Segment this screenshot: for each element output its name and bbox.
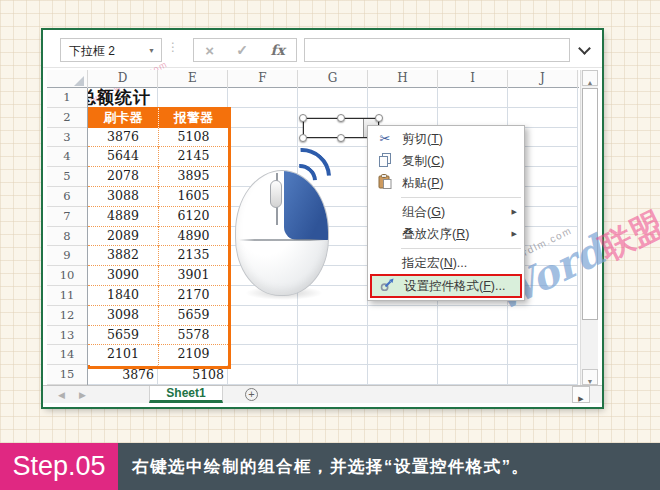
table-cell[interactable]: 2109: [158, 345, 228, 365]
select-all-corner[interactable]: [47, 70, 88, 88]
table-cell[interactable]: 5578: [158, 326, 228, 346]
insert-function-icon[interactable]: fx: [270, 42, 284, 58]
menu-item[interactable]: 设置控件格式(F)...: [370, 274, 522, 298]
table-cell[interactable]: 5659: [158, 306, 228, 326]
table-cell[interactable]: 2078: [88, 167, 158, 187]
mouse-split-line: [239, 239, 325, 241]
new-sheet-button[interactable]: +: [245, 388, 258, 401]
formula-bar-expand-icon[interactable]: [578, 42, 591, 55]
menu-item-label: 叠放次序(R): [402, 226, 512, 243]
step-description: 右键选中绘制的组合框，并选择“设置控件格式”。: [132, 456, 530, 478]
row-header[interactable]: 15: [47, 365, 87, 385]
scrollbar-thumb[interactable]: [582, 88, 598, 320]
formula-input[interactable]: [304, 38, 570, 62]
row-header[interactable]: 3: [47, 128, 87, 148]
copy-icon: [375, 153, 395, 170]
footer-cell[interactable]: 5108: [158, 365, 228, 385]
table-cell[interactable]: 3876: [88, 128, 158, 148]
dropdown-arrow-icon[interactable]: ▼: [148, 47, 155, 54]
table-cell[interactable]: 5659: [88, 326, 158, 346]
selection-handle[interactable]: [337, 114, 345, 122]
table-cell[interactable]: 5644: [88, 147, 158, 167]
table-cell[interactable]: 3090: [88, 266, 158, 286]
table-cell[interactable]: 3098: [88, 306, 158, 326]
hscroll-right-button[interactable]: ▶: [572, 386, 590, 403]
column-header[interactable]: G: [298, 70, 368, 88]
scroll-up-button[interactable]: ▲: [582, 70, 598, 86]
table-cell[interactable]: 1840: [88, 286, 158, 306]
selection-handle[interactable]: [299, 134, 307, 142]
column-headers: DEFGHIJ: [47, 70, 579, 88]
column-header[interactable]: H: [368, 70, 438, 88]
submenu-arrow-icon: ▶: [512, 230, 517, 238]
row-header[interactable]: 13: [47, 326, 87, 346]
tab-sheet1[interactable]: Sheet1: [149, 386, 223, 403]
row-header[interactable]: 8: [47, 227, 87, 247]
table-cell[interactable]: 3882: [88, 246, 158, 266]
row-header[interactable]: 10: [47, 266, 87, 286]
row-header[interactable]: 1: [47, 88, 87, 108]
table-cell[interactable]: 3088: [88, 187, 158, 207]
next-sheet-icon[interactable]: ▶: [79, 390, 86, 400]
row-header[interactable]: 14: [47, 345, 87, 365]
selection-handle[interactable]: [337, 134, 345, 142]
enter-icon[interactable]: ✓: [236, 42, 248, 58]
selection-handle[interactable]: [299, 114, 307, 122]
column-header[interactable]: E: [158, 70, 228, 88]
menu-item-label: 复制(C): [402, 153, 518, 170]
row-header[interactable]: 9: [47, 246, 87, 266]
menu-separator: [401, 248, 521, 249]
paste-icon: [375, 174, 395, 192]
column-header[interactable]: I: [438, 70, 508, 88]
row-header[interactable]: 6: [47, 187, 87, 207]
scroll-down-button[interactable]: ▼: [582, 369, 598, 385]
step-number-badge: Step.05: [0, 443, 118, 490]
table-cell[interactable]: 3901: [158, 266, 228, 286]
footer-cell[interactable]: 3876: [88, 365, 158, 385]
row-header[interactable]: 2: [47, 108, 87, 128]
table-cell[interactable]: 2170: [158, 286, 228, 306]
name-box-value: 下拉框 2: [69, 43, 115, 60]
table-cell[interactable]: 6120: [158, 207, 228, 227]
mouse-illustration: [233, 146, 333, 298]
menu-item-label: 组合(G): [402, 204, 512, 221]
table-cell[interactable]: 1605: [158, 187, 228, 207]
column-header[interactable]: F: [228, 70, 298, 88]
selection-handle[interactable]: [375, 114, 383, 122]
row-header[interactable]: 5: [47, 167, 87, 187]
table-cell[interactable]: 5108: [158, 128, 228, 148]
watermark-lianmeng: 联盟: [594, 205, 660, 267]
row-header[interactable]: 12: [47, 306, 87, 326]
menu-item[interactable]: 组合(G)▶: [368, 201, 524, 223]
table-header-cell[interactable]: 报警器: [158, 108, 228, 128]
scissors-icon: ✂: [375, 132, 395, 146]
table-cell[interactable]: 4889: [88, 207, 158, 227]
table-header-cell[interactable]: 刷卡器: [88, 108, 158, 128]
menu-item[interactable]: 复制(C): [368, 150, 524, 172]
table-cell[interactable]: 2101: [88, 345, 158, 365]
cancel-icon[interactable]: ×: [205, 42, 214, 59]
table-cell[interactable]: 4890: [158, 227, 228, 247]
table-cell[interactable]: 2135: [158, 246, 228, 266]
menu-item-label: 指定宏(N)...: [402, 255, 518, 272]
table-cell[interactable]: 3895: [158, 167, 228, 187]
menu-item[interactable]: 指定宏(N)...: [368, 252, 524, 274]
table-cell[interactable]: 2089: [88, 227, 158, 247]
column-header[interactable]: J: [508, 70, 578, 88]
row-header[interactable]: 11: [47, 286, 87, 306]
divider: [43, 67, 602, 68]
menu-item-label: 粘贴(P): [402, 175, 518, 192]
menu-separator: [401, 197, 521, 198]
row-header[interactable]: 7: [47, 207, 87, 227]
column-header[interactable]: D: [88, 70, 158, 88]
menu-item-label: 剪切(T): [402, 131, 518, 148]
prev-sheet-icon[interactable]: ◀: [58, 390, 65, 400]
vertical-scrollbar[interactable]: ▲ ▼: [580, 70, 598, 385]
name-box[interactable]: 下拉框 2 ▼: [60, 38, 162, 62]
format-control-icon: [377, 278, 397, 295]
menu-item[interactable]: ✂剪切(T): [368, 128, 524, 150]
row-header[interactable]: 4: [47, 147, 87, 167]
menu-item[interactable]: 叠放次序(R)▶: [368, 223, 524, 245]
menu-item[interactable]: 粘贴(P): [368, 172, 524, 194]
table-cell[interactable]: 2145: [158, 147, 228, 167]
